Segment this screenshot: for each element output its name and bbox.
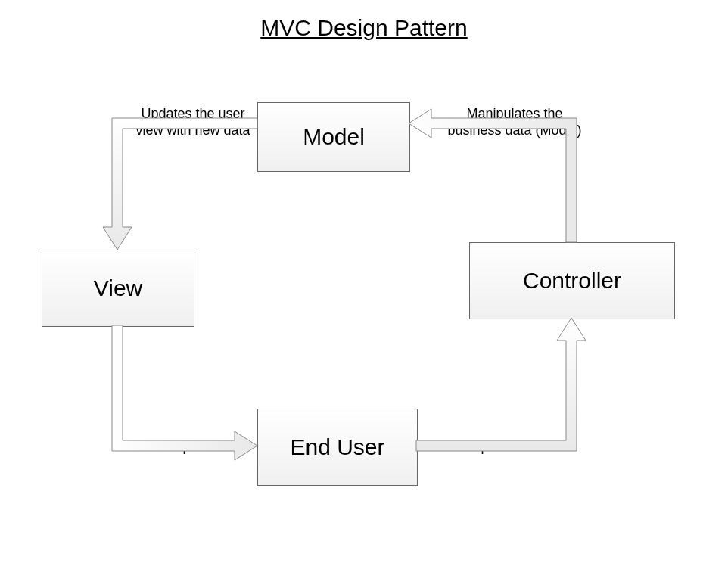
diagram-title: MVC Design Pattern — [0, 15, 728, 41]
box-enduser: End User — [257, 409, 418, 486]
arrow-enduser-to-controller — [416, 318, 586, 451]
box-controller-label: Controller — [523, 268, 621, 294]
label-request: Request — [439, 439, 530, 456]
box-controller: Controller — [469, 242, 675, 319]
box-model: Model — [257, 102, 410, 172]
box-model-label: Model — [303, 124, 365, 150]
box-view-label: View — [94, 275, 142, 301]
label-updates: Updates the user view with new data — [132, 106, 254, 138]
label-response: Response — [144, 439, 235, 456]
label-manipulates: Manipulates the business data (Model) — [439, 106, 590, 138]
box-enduser-label: End User — [290, 434, 384, 460]
box-view: View — [42, 250, 194, 327]
